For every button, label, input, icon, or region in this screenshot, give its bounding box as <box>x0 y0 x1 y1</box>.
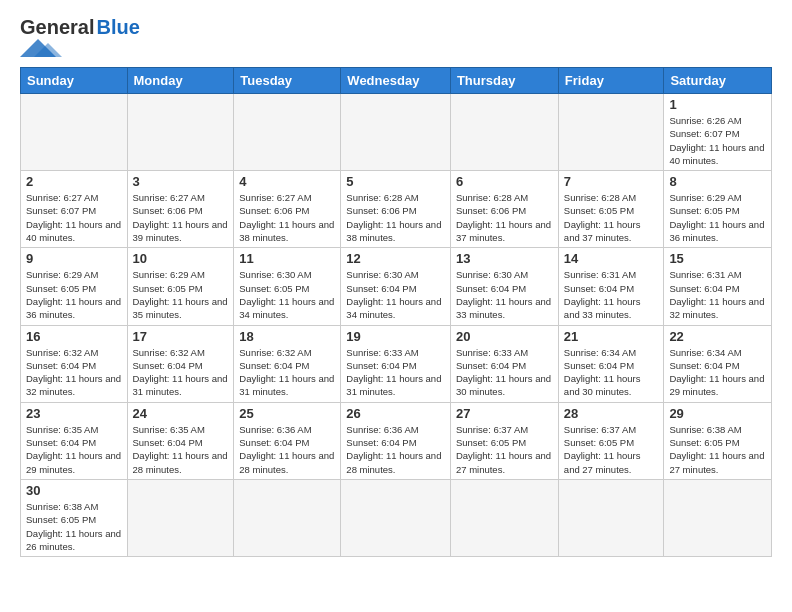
calendar-cell: 17Sunrise: 6:32 AM Sunset: 6:04 PM Dayli… <box>127 325 234 402</box>
logo-general: General <box>20 16 94 39</box>
calendar-cell: 14Sunrise: 6:31 AM Sunset: 6:04 PM Dayli… <box>558 248 664 325</box>
calendar-cell: 24Sunrise: 6:35 AM Sunset: 6:04 PM Dayli… <box>127 402 234 479</box>
calendar-cell <box>127 94 234 171</box>
day-number: 25 <box>239 406 335 421</box>
day-number: 15 <box>669 251 766 266</box>
calendar-cell <box>341 479 451 556</box>
day-number: 2 <box>26 174 122 189</box>
calendar-cell <box>341 94 451 171</box>
day-number: 20 <box>456 329 553 344</box>
day-info: Sunrise: 6:35 AM Sunset: 6:04 PM Dayligh… <box>26 423 122 476</box>
day-number: 29 <box>669 406 766 421</box>
day-number: 8 <box>669 174 766 189</box>
day-info: Sunrise: 6:28 AM Sunset: 6:05 PM Dayligh… <box>564 191 659 244</box>
calendar-cell: 9Sunrise: 6:29 AM Sunset: 6:05 PM Daylig… <box>21 248 128 325</box>
calendar-cell: 15Sunrise: 6:31 AM Sunset: 6:04 PM Dayli… <box>664 248 772 325</box>
calendar-cell: 30Sunrise: 6:38 AM Sunset: 6:05 PM Dayli… <box>21 479 128 556</box>
calendar-cell: 16Sunrise: 6:32 AM Sunset: 6:04 PM Dayli… <box>21 325 128 402</box>
calendar-header-wednesday: Wednesday <box>341 68 451 94</box>
day-info: Sunrise: 6:33 AM Sunset: 6:04 PM Dayligh… <box>346 346 445 399</box>
day-number: 7 <box>564 174 659 189</box>
day-info: Sunrise: 6:27 AM Sunset: 6:07 PM Dayligh… <box>26 191 122 244</box>
day-number: 5 <box>346 174 445 189</box>
day-info: Sunrise: 6:34 AM Sunset: 6:04 PM Dayligh… <box>669 346 766 399</box>
calendar-cell: 8Sunrise: 6:29 AM Sunset: 6:05 PM Daylig… <box>664 171 772 248</box>
day-number: 23 <box>26 406 122 421</box>
calendar-cell: 26Sunrise: 6:36 AM Sunset: 6:04 PM Dayli… <box>341 402 451 479</box>
calendar-cell: 5Sunrise: 6:28 AM Sunset: 6:06 PM Daylig… <box>341 171 451 248</box>
day-number: 6 <box>456 174 553 189</box>
calendar-cell <box>450 479 558 556</box>
day-info: Sunrise: 6:32 AM Sunset: 6:04 PM Dayligh… <box>133 346 229 399</box>
calendar-cell: 1Sunrise: 6:26 AM Sunset: 6:07 PM Daylig… <box>664 94 772 171</box>
day-info: Sunrise: 6:38 AM Sunset: 6:05 PM Dayligh… <box>26 500 122 553</box>
day-info: Sunrise: 6:27 AM Sunset: 6:06 PM Dayligh… <box>239 191 335 244</box>
day-number: 19 <box>346 329 445 344</box>
calendar-cell <box>234 94 341 171</box>
calendar-header-saturday: Saturday <box>664 68 772 94</box>
day-number: 11 <box>239 251 335 266</box>
day-info: Sunrise: 6:30 AM Sunset: 6:04 PM Dayligh… <box>456 268 553 321</box>
day-info: Sunrise: 6:28 AM Sunset: 6:06 PM Dayligh… <box>346 191 445 244</box>
day-info: Sunrise: 6:32 AM Sunset: 6:04 PM Dayligh… <box>239 346 335 399</box>
day-number: 14 <box>564 251 659 266</box>
calendar-cell <box>558 94 664 171</box>
calendar-cell <box>234 479 341 556</box>
day-number: 12 <box>346 251 445 266</box>
day-info: Sunrise: 6:28 AM Sunset: 6:06 PM Dayligh… <box>456 191 553 244</box>
logo-blue: Blue <box>96 16 139 39</box>
day-info: Sunrise: 6:31 AM Sunset: 6:04 PM Dayligh… <box>564 268 659 321</box>
day-number: 18 <box>239 329 335 344</box>
calendar-header-tuesday: Tuesday <box>234 68 341 94</box>
day-number: 22 <box>669 329 766 344</box>
calendar-cell: 6Sunrise: 6:28 AM Sunset: 6:06 PM Daylig… <box>450 171 558 248</box>
day-number: 3 <box>133 174 229 189</box>
day-number: 27 <box>456 406 553 421</box>
day-info: Sunrise: 6:36 AM Sunset: 6:04 PM Dayligh… <box>239 423 335 476</box>
day-info: Sunrise: 6:29 AM Sunset: 6:05 PM Dayligh… <box>133 268 229 321</box>
day-number: 21 <box>564 329 659 344</box>
calendar-cell: 3Sunrise: 6:27 AM Sunset: 6:06 PM Daylig… <box>127 171 234 248</box>
calendar-cell: 22Sunrise: 6:34 AM Sunset: 6:04 PM Dayli… <box>664 325 772 402</box>
day-number: 17 <box>133 329 229 344</box>
day-info: Sunrise: 6:34 AM Sunset: 6:04 PM Dayligh… <box>564 346 659 399</box>
calendar-cell: 4Sunrise: 6:27 AM Sunset: 6:06 PM Daylig… <box>234 171 341 248</box>
calendar-cell: 11Sunrise: 6:30 AM Sunset: 6:05 PM Dayli… <box>234 248 341 325</box>
day-number: 1 <box>669 97 766 112</box>
day-number: 26 <box>346 406 445 421</box>
logo: General Blue <box>20 16 140 57</box>
day-number: 10 <box>133 251 229 266</box>
calendar-cell: 19Sunrise: 6:33 AM Sunset: 6:04 PM Dayli… <box>341 325 451 402</box>
day-number: 24 <box>133 406 229 421</box>
calendar-cell: 7Sunrise: 6:28 AM Sunset: 6:05 PM Daylig… <box>558 171 664 248</box>
header: General Blue <box>20 16 772 57</box>
day-info: Sunrise: 6:37 AM Sunset: 6:05 PM Dayligh… <box>456 423 553 476</box>
day-number: 4 <box>239 174 335 189</box>
calendar-cell: 12Sunrise: 6:30 AM Sunset: 6:04 PM Dayli… <box>341 248 451 325</box>
calendar-cell: 20Sunrise: 6:33 AM Sunset: 6:04 PM Dayli… <box>450 325 558 402</box>
day-info: Sunrise: 6:26 AM Sunset: 6:07 PM Dayligh… <box>669 114 766 167</box>
calendar-header-friday: Friday <box>558 68 664 94</box>
day-number: 30 <box>26 483 122 498</box>
calendar-cell: 28Sunrise: 6:37 AM Sunset: 6:05 PM Dayli… <box>558 402 664 479</box>
day-info: Sunrise: 6:38 AM Sunset: 6:05 PM Dayligh… <box>669 423 766 476</box>
calendar-cell <box>450 94 558 171</box>
calendar-cell: 18Sunrise: 6:32 AM Sunset: 6:04 PM Dayli… <box>234 325 341 402</box>
calendar-header-thursday: Thursday <box>450 68 558 94</box>
calendar-cell: 10Sunrise: 6:29 AM Sunset: 6:05 PM Dayli… <box>127 248 234 325</box>
calendar-cell: 13Sunrise: 6:30 AM Sunset: 6:04 PM Dayli… <box>450 248 558 325</box>
day-info: Sunrise: 6:29 AM Sunset: 6:05 PM Dayligh… <box>26 268 122 321</box>
calendar-cell <box>127 479 234 556</box>
day-info: Sunrise: 6:30 AM Sunset: 6:04 PM Dayligh… <box>346 268 445 321</box>
day-info: Sunrise: 6:27 AM Sunset: 6:06 PM Dayligh… <box>133 191 229 244</box>
calendar-cell: 25Sunrise: 6:36 AM Sunset: 6:04 PM Dayli… <box>234 402 341 479</box>
day-info: Sunrise: 6:32 AM Sunset: 6:04 PM Dayligh… <box>26 346 122 399</box>
day-info: Sunrise: 6:31 AM Sunset: 6:04 PM Dayligh… <box>669 268 766 321</box>
day-info: Sunrise: 6:35 AM Sunset: 6:04 PM Dayligh… <box>133 423 229 476</box>
calendar-cell <box>558 479 664 556</box>
day-info: Sunrise: 6:29 AM Sunset: 6:05 PM Dayligh… <box>669 191 766 244</box>
day-info: Sunrise: 6:33 AM Sunset: 6:04 PM Dayligh… <box>456 346 553 399</box>
calendar-header-sunday: Sunday <box>21 68 128 94</box>
day-info: Sunrise: 6:37 AM Sunset: 6:05 PM Dayligh… <box>564 423 659 476</box>
logo-icon <box>20 39 70 57</box>
